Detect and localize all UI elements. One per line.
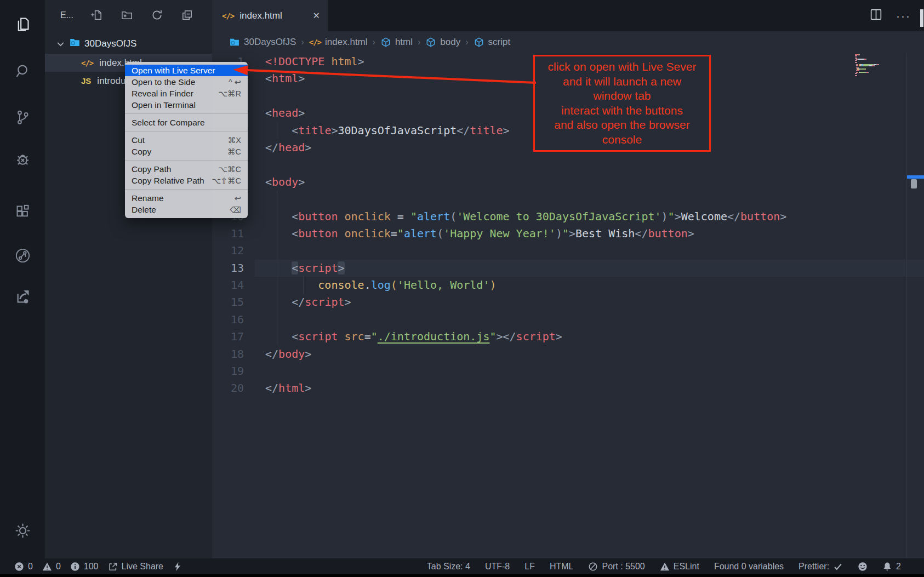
code-line-10: 10 <button onclick = "alert('Welcome to … [212, 208, 924, 225]
breadcrumb-item-index-html[interactable]: </>index.html [309, 37, 368, 48]
encoding-status[interactable]: UTF-8 [485, 562, 510, 572]
live-share-status[interactable]: Live Share [108, 562, 164, 572]
tab-size-status[interactable]: Tab Size: 4 [427, 562, 470, 572]
line-number[interactable]: 20 [212, 380, 255, 397]
menu-item-select-for-compare[interactable]: Select for Compare [125, 117, 248, 128]
folder-icon [229, 37, 240, 48]
code-line-content[interactable] [255, 242, 924, 259]
eol-status[interactable]: LF [524, 562, 535, 572]
code-line-12: 12 [212, 242, 924, 259]
sidebar-item-root-folder[interactable]: 30DaysOfJS [45, 34, 212, 54]
collapse-all-icon[interactable] [181, 9, 194, 22]
warning-triangle-icon [42, 562, 52, 572]
menu-item-rename[interactable]: Rename↩ [125, 192, 248, 204]
notifications-status[interactable]: 2 [882, 562, 901, 572]
code-line-content[interactable]: </body> [255, 346, 924, 363]
breadcrumb-item-html[interactable]: html [380, 37, 413, 48]
eslint-status[interactable]: ESLint [660, 562, 699, 572]
line-number[interactable]: 15 [212, 294, 255, 311]
vscode-window: E... 30DaysOfJS </>index.htmlJSintroduct… [0, 0, 924, 577]
code-line-content[interactable]: </html> [255, 380, 924, 397]
menu-item-reveal-in-finder[interactable]: Reveal in Finder⌥⌘R [125, 88, 248, 99]
code-line-15: 15 </script> [212, 294, 924, 311]
tab-index-html[interactable]: </> index.html ✕ [212, 0, 328, 31]
breadcrumb-item-30DaysOfJS[interactable]: 30DaysOfJS [229, 37, 296, 48]
indent-guide [277, 122, 277, 139]
search-icon[interactable] [13, 61, 32, 80]
live-reload-status[interactable] [173, 562, 182, 572]
window-scrollbar [920, 9, 923, 27]
code-line-content[interactable]: <script src="./introduction.js"></script… [255, 328, 924, 345]
close-icon[interactable]: ✕ [313, 10, 320, 21]
errors-status[interactable]: 0 [14, 562, 33, 572]
line-number[interactable]: 19 [212, 363, 255, 380]
breadcrumb-item-script[interactable]: script [474, 37, 511, 48]
code-line-content[interactable]: <button onclick="alert('Happy New Year!'… [255, 225, 924, 242]
code-line-content[interactable] [255, 156, 924, 173]
menu-item-delete[interactable]: Delete⌫ [125, 204, 248, 215]
explorer-title: E... [60, 10, 73, 20]
share-arrow-icon[interactable] [13, 287, 32, 306]
refresh-icon[interactable] [151, 9, 164, 22]
annotation-text-line: interact with the buttons [561, 104, 683, 118]
variables-found-status[interactable]: Found 0 variables [714, 562, 784, 572]
minimap[interactable] [855, 54, 900, 76]
feedback-status[interactable] [858, 562, 868, 572]
breadcrumb-item-body[interactable]: body [425, 37, 460, 48]
line-number[interactable]: 16 [212, 311, 255, 328]
new-file-icon[interactable] [90, 9, 104, 22]
warnings-status[interactable]: 0 [42, 562, 61, 572]
tab-label: index.html [239, 10, 307, 21]
code-line-9: 9 [212, 191, 924, 208]
debug-icon[interactable] [13, 150, 32, 169]
line-number[interactable]: 12 [212, 242, 255, 259]
menu-item-copy[interactable]: Copy⌘C [125, 146, 248, 157]
info-count-status[interactable]: 100 [70, 562, 99, 572]
extensions-icon[interactable] [13, 202, 32, 221]
gear-icon[interactable] [13, 521, 32, 540]
menu-separator [125, 131, 248, 132]
code-line-content[interactable] [255, 363, 924, 380]
more-actions-icon[interactable]: ··· [896, 9, 911, 22]
line-number[interactable]: 13 [212, 260, 255, 277]
prettier-status[interactable]: Prettier: [798, 562, 843, 572]
new-folder-icon[interactable] [121, 9, 134, 22]
menu-item-open-in-terminal[interactable]: Open in Terminal [125, 99, 248, 111]
split-editor-icon[interactable] [869, 8, 883, 24]
warning-triangle-icon [660, 562, 670, 572]
annotation-text-line: and it will launch a new [563, 75, 681, 89]
cube-icon [474, 37, 484, 48]
scrollbar-thumb[interactable] [911, 179, 917, 188]
activity-bar [0, 0, 45, 559]
code-line-content[interactable]: <script> [255, 260, 924, 277]
menu-separator [125, 189, 248, 190]
code-line-content[interactable]: <button onclick = "alert('Welcome to 30D… [255, 208, 924, 225]
code-line-content[interactable]: console.log('Hello, World') [255, 277, 924, 294]
menu-item-cut[interactable]: Cut⌘X [125, 134, 248, 146]
code-line-20: 20</html> [212, 380, 924, 397]
menu-item-open-to-the-side[interactable]: Open to the Side^ ↩ [125, 76, 248, 88]
code-icon: </> [309, 38, 321, 47]
menu-item-copy-relative-path[interactable]: Copy Relative Path⌥⇧⌘C [125, 175, 248, 186]
live-server-port-status[interactable]: Port : 5500 [588, 562, 644, 572]
code-line-content[interactable] [255, 191, 924, 208]
minimap-slider[interactable] [907, 175, 924, 179]
code-line-content[interactable]: </script> [255, 294, 924, 311]
code-line-content[interactable] [255, 311, 924, 328]
breadcrumb: 30DaysOfJS›</>index.html›html›body›scrip… [212, 31, 924, 53]
live-share-icon[interactable] [13, 246, 32, 265]
explorer-icon[interactable] [13, 15, 32, 33]
language-mode-status[interactable]: HTML [550, 562, 574, 572]
menu-item-copy-path[interactable]: Copy Path⌥⌘C [125, 163, 248, 175]
line-number[interactable]: 17 [212, 328, 255, 345]
menu-item-open-with-live-server[interactable]: Open with Live Server [125, 65, 248, 76]
breadcrumb-separator: › [465, 37, 468, 47]
line-number[interactable]: 14 [212, 277, 255, 294]
source-control-icon[interactable] [13, 108, 32, 127]
line-number[interactable]: 18 [212, 346, 255, 363]
code-line-content[interactable]: <body> [255, 174, 924, 191]
annotation-text-line: click on open with Live Sever [548, 60, 697, 75]
indent-guide [303, 277, 304, 294]
line-number[interactable]: 11 [212, 225, 255, 242]
annotation-text-line: and also open the browser [554, 118, 690, 133]
